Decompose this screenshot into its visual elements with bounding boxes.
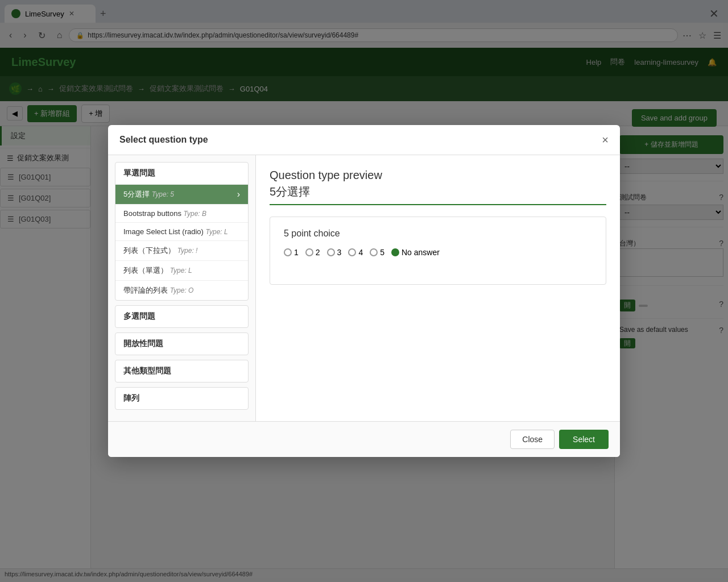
category-other-header[interactable]: 其他類型問題 — [115, 360, 248, 382]
qtype-label-comment-list: 帶評論的列表 Type: O — [123, 285, 193, 296]
category-multiple-choice: 多選問題 — [115, 305, 249, 328]
modal-footer: Close Select — [108, 421, 620, 457]
radio-label-3: 3 — [337, 248, 342, 257]
qtype-label-bootstrap: Bootstrap buttons Type: B — [123, 209, 206, 218]
category-single-choice-header[interactable]: 單選問題 — [115, 163, 248, 184]
radio-group: 1 2 3 4 — [284, 248, 592, 257]
preview-card-title: 5 point choice — [284, 228, 592, 239]
question-type-panel: 單選問題 5分選擇 Type: 5 › Bootstrap buttons Ty… — [108, 155, 256, 421]
radio-empty-4[interactable] — [348, 248, 356, 256]
radio-label-4: 4 — [358, 248, 363, 257]
category-single-choice: 單選問題 5分選擇 Type: 5 › Bootstrap buttons Ty… — [115, 162, 249, 301]
modal-title: Select question type — [119, 135, 208, 145]
category-other: 其他類型問題 — [115, 360, 249, 383]
modal-overlay: Select question type × 單選問題 5分選擇 Type: 5… — [0, 0, 728, 582]
qtype-type-5point: Type: 5 — [152, 190, 174, 198]
radio-label-2: 2 — [316, 248, 320, 257]
radio-empty-1[interactable] — [284, 248, 292, 256]
modal-body: 單選問題 5分選擇 Type: 5 › Bootstrap buttons Ty… — [108, 155, 620, 421]
preview-divider — [270, 204, 606, 205]
radio-option-3: 3 — [327, 248, 342, 257]
preview-card: 5 point choice 1 2 3 — [270, 217, 606, 285]
radio-filled-no-answer[interactable] — [391, 248, 399, 256]
qtype-type-dropdown: Type: ! — [177, 247, 198, 255]
qtype-label-single-choice: 列表（單選） Type: L — [123, 265, 192, 276]
close-button[interactable]: Close — [510, 430, 555, 449]
select-button[interactable]: Select — [559, 430, 609, 449]
radio-option-no-answer: No answer — [391, 248, 440, 257]
modal-header: Select question type × — [108, 125, 620, 155]
radio-option-4: 4 — [348, 248, 363, 257]
preview-panel: Question type preview 5分選擇 5 point choic… — [256, 155, 620, 421]
qtype-label-dropdown: 列表（下拉式） Type: ! — [123, 246, 197, 256]
radio-empty-2[interactable] — [305, 248, 313, 256]
qtype-type-image: Type: L — [206, 228, 228, 236]
qtype-item-5point[interactable]: 5分選擇 Type: 5 › — [115, 184, 248, 204]
category-array-header[interactable]: 陣列 — [115, 388, 248, 409]
qtype-type-single: Type: L — [170, 267, 192, 275]
radio-option-2: 2 — [305, 248, 320, 257]
qtype-item-image-select[interactable]: Image Select List (radio) Type: L — [115, 222, 248, 240]
radio-label-5: 5 — [380, 248, 384, 257]
category-multiple-choice-header[interactable]: 多選問題 — [115, 306, 248, 327]
radio-empty-3[interactable] — [327, 248, 335, 256]
qtype-item-comment-list[interactable]: 帶評論的列表 Type: O — [115, 280, 248, 300]
radio-option-5: 5 — [370, 248, 384, 257]
category-open-header[interactable]: 開放性問題 — [115, 333, 248, 355]
qtype-type-comment: Type: O — [170, 286, 194, 294]
qtype-label-5point: 5分選擇 Type: 5 — [123, 189, 174, 199]
modal-close-button[interactable]: × — [602, 134, 609, 146]
qtype-type-bootstrap: Type: B — [184, 210, 206, 218]
preview-subtitle: 5分選擇 — [270, 184, 606, 199]
qtype-arrow-5point: › — [237, 189, 240, 199]
category-array: 陣列 — [115, 387, 249, 410]
preview-title: Question type preview — [270, 169, 606, 182]
qtype-item-dropdown[interactable]: 列表（下拉式） Type: ! — [115, 240, 248, 260]
radio-option-1: 1 — [284, 248, 299, 257]
qtype-label-image-select: Image Select List (radio) Type: L — [123, 227, 228, 236]
radio-label-no-answer: No answer — [402, 248, 440, 257]
qtype-item-bootstrap[interactable]: Bootstrap buttons Type: B — [115, 204, 248, 222]
radio-label-1: 1 — [294, 248, 299, 257]
select-question-type-modal: Select question type × 單選問題 5分選擇 Type: 5… — [108, 125, 620, 457]
category-open: 開放性問題 — [115, 332, 249, 355]
radio-empty-5[interactable] — [370, 248, 378, 256]
qtype-item-single-choice[interactable]: 列表（單選） Type: L — [115, 260, 248, 280]
